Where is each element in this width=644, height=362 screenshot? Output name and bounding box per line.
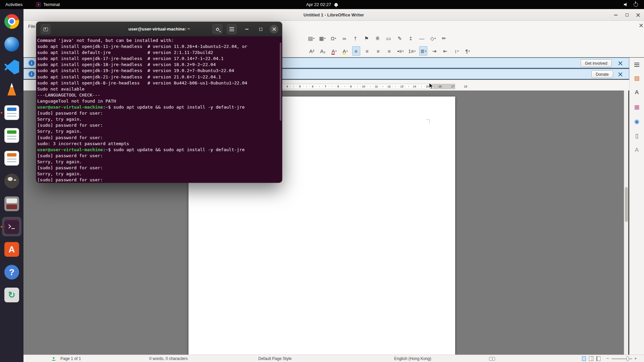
- align-left-button[interactable]: ≡: [352, 46, 360, 56]
- insert-special-character-button[interactable]: Ω ▾: [329, 34, 337, 43]
- dock-item[interactable]: [2, 35, 21, 54]
- terminal-line: sudo apt install openjdk-21-jre-headless…: [37, 74, 281, 80]
- text-language[interactable]: English (Hong Kong): [394, 356, 431, 361]
- page-style[interactable]: Default Page Style: [258, 356, 291, 361]
- terminal-maximize-button[interactable]: [256, 25, 265, 34]
- document-scrollbar[interactable]: [624, 90, 628, 355]
- writer-minimize-button[interactable]: [612, 12, 619, 18]
- dock-item[interactable]: [2, 240, 21, 259]
- line-spacing-button[interactable]: ↕ ▾: [452, 46, 461, 56]
- browser-sphere-icon: [4, 37, 19, 52]
- infobar-close-icon[interactable]: [618, 61, 623, 65]
- terminal-line: sudo apt install openjdk-8-jre-headless …: [37, 80, 281, 86]
- dock-item[interactable]: [2, 80, 21, 100]
- paragraph-spacing-button[interactable]: ¶ ▾: [464, 46, 472, 56]
- basic-shapes-button[interactable]: ◇ ▾: [429, 34, 437, 43]
- insert-endnote-button[interactable]: ‡: [407, 34, 415, 43]
- get-involved-button[interactable]: Get involved: [581, 59, 612, 67]
- dock-item[interactable]: [2, 217, 21, 236]
- terminal-window[interactable]: user@user-virtual-machine: ~ Command 'ja…: [36, 22, 282, 183]
- page-count[interactable]: Page 1 of 1: [60, 356, 81, 361]
- ruler-number: 6: [312, 85, 313, 88]
- writer-titlebar[interactable]: Untitled 1 - LibreOffice Writer: [23, 9, 644, 21]
- libreoffice-writer-icon: [4, 105, 19, 120]
- insert-table-button[interactable]: ▦ ▾: [318, 34, 326, 43]
- book-view-icon[interactable]: [596, 356, 600, 361]
- style-inspector-deck-icon[interactable]: A: [631, 144, 643, 156]
- highlighting-color-button[interactable]: A ▾: [341, 46, 349, 56]
- zoom-slider-knob[interactable]: [627, 356, 629, 361]
- decrease-indent-button[interactable]: ⇤: [441, 46, 449, 56]
- styles-deck-icon[interactable]: A: [631, 87, 643, 98]
- word-count[interactable]: 0 words, 0 characters: [149, 356, 188, 361]
- menu-button[interactable]: [227, 24, 237, 34]
- navigator-deck-icon[interactable]: ◉: [631, 116, 643, 127]
- selection-mode-icon[interactable]: [489, 357, 495, 361]
- scrollbar-thumb[interactable]: [625, 187, 628, 222]
- text-boundary-corner: [426, 119, 430, 123]
- dock-item[interactable]: [2, 57, 21, 77]
- insert-field-button[interactable]: ▤ ▾: [307, 34, 315, 43]
- dock-item[interactable]: [2, 194, 21, 214]
- activities-button[interactable]: Activities: [5, 2, 22, 7]
- insert-footnote-button[interactable]: †: [352, 34, 360, 43]
- focused-app-menu[interactable]: Terminal: [36, 2, 60, 7]
- zoom-slider[interactable]: [611, 358, 632, 359]
- writer-close-button[interactable]: [635, 12, 641, 18]
- increase-indent-button[interactable]: ⇥: [430, 46, 438, 56]
- single-page-view-icon[interactable]: [582, 356, 586, 361]
- donate-button[interactable]: Donate: [591, 70, 613, 78]
- properties-deck-icon[interactable]: ▨: [631, 72, 643, 84]
- insert-bookmark-button[interactable]: ⚑: [363, 34, 371, 43]
- insert-cross-reference-button[interactable]: ※: [374, 34, 382, 43]
- ruler-number: 16: [438, 85, 442, 88]
- running-indicator: [1, 112, 2, 114]
- align-right-button[interactable]: ≡: [374, 46, 382, 56]
- terminal-output[interactable]: Command 'java' not found, but can be ins…: [36, 37, 282, 183]
- dock-item[interactable]: [2, 262, 21, 282]
- mouse-cursor: [429, 82, 435, 89]
- justified-button[interactable]: ≡: [385, 46, 393, 56]
- show-draw-functions-button[interactable]: ✏: [440, 34, 448, 43]
- multi-page-view-icon[interactable]: [589, 356, 592, 361]
- search-button[interactable]: [212, 24, 222, 34]
- ruler-number: 8: [337, 85, 339, 88]
- insert-hyperlink-button[interactable]: ∞: [340, 34, 348, 43]
- dock-item[interactable]: [2, 148, 21, 168]
- terminal-close-button[interactable]: [270, 25, 278, 34]
- track-changes-button[interactable]: ✎: [396, 34, 404, 43]
- zoom-in-button[interactable]: +: [634, 356, 637, 361]
- system-status-menu[interactable]: [624, 2, 638, 7]
- superscript-button[interactable]: A²: [308, 46, 316, 56]
- dock-item[interactable]: [2, 103, 21, 122]
- font-color-button[interactable]: A ▾: [330, 46, 338, 56]
- infobar-close-icon[interactable]: [618, 72, 623, 76]
- clock-menu[interactable]: Apr 22 02:27: [306, 2, 331, 7]
- gallery-deck-icon[interactable]: ▦: [631, 101, 643, 113]
- zoom-out-button[interactable]: −: [606, 356, 609, 361]
- unordered-list-button[interactable]: •≡ ▾: [396, 46, 405, 56]
- writer-maximize-button[interactable]: [624, 12, 630, 18]
- outline-list-button[interactable]: ≣ ▾: [419, 46, 427, 56]
- terminal-headerbar[interactable]: user@user-virtual-machine: ~: [36, 22, 282, 37]
- page-deck-icon[interactable]: ▯: [631, 130, 643, 141]
- dock-item[interactable]: [2, 12, 21, 31]
- horizontal-line-button[interactable]: ―: [418, 34, 426, 43]
- gnome-top-bar: Activities Terminal Apr 22 02:27: [0, 0, 644, 9]
- terminal-line: sudo apt install default-jre # version 2…: [37, 50, 281, 56]
- hamburger-icon: [229, 29, 234, 29]
- terminal-scrollbar-thumb[interactable]: [280, 43, 281, 121]
- terminal-line: user@user-virtual-machine:~$ sudo apt up…: [37, 104, 281, 110]
- dock-item[interactable]: [2, 285, 21, 305]
- terminal-line: [sudo] password for user:: [37, 122, 281, 128]
- terminal-minimize-button[interactable]: [243, 25, 251, 34]
- dock-item[interactable]: [2, 171, 21, 191]
- ordered-list-button[interactable]: 1≡ ▾: [408, 46, 416, 56]
- new-tab-button[interactable]: [41, 24, 51, 34]
- insert-comment-button[interactable]: ▭: [385, 34, 393, 43]
- sidebar-settings-icon[interactable]: [634, 64, 639, 65]
- subscript-button[interactable]: A₂: [319, 46, 327, 56]
- align-center-button[interactable]: ≡: [363, 46, 371, 56]
- terminal-line: ---LANGUAGETOOL CHECK---: [37, 92, 281, 98]
- dock-item[interactable]: [2, 126, 21, 145]
